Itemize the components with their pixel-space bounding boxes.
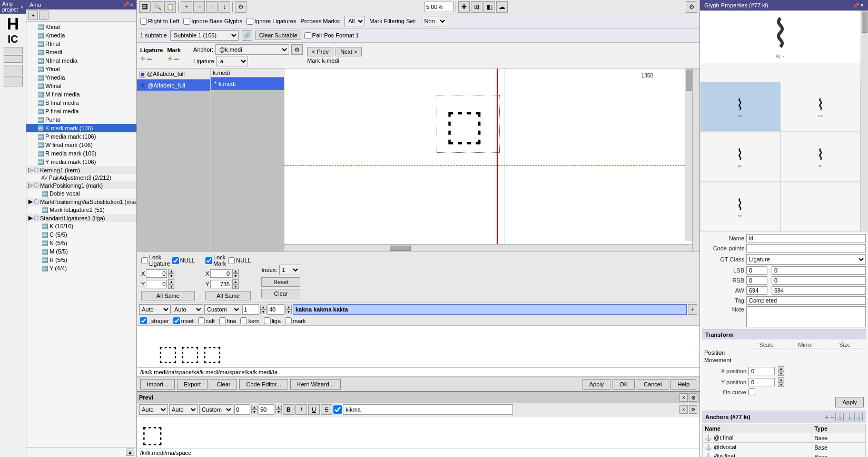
ligature-remove-btn[interactable]: − — [147, 54, 153, 64]
preview-settings-btn[interactable]: ⚙ — [689, 393, 697, 402]
num2-down[interactable]: ▼ — [285, 309, 292, 314]
num1-up[interactable]: ▲ — [260, 305, 267, 309]
toolbar-shape-icon[interactable]: ◧ — [484, 1, 495, 13]
y-mark-down[interactable]: ▼ — [232, 284, 239, 289]
rsb-input2[interactable] — [772, 276, 866, 285]
auto-select1[interactable]: Auto — [139, 304, 171, 315]
calt-checkbox[interactable] — [198, 317, 205, 324]
sidebar-scroll-up[interactable]: ▲ — [126, 449, 134, 456]
bold-btn[interactable]: B — [283, 404, 294, 415]
x-mark-up[interactable]: ▲ — [232, 269, 239, 274]
mark-remove-btn[interactable]: − — [174, 54, 180, 64]
clear-coords-btn[interactable]: Clear — [261, 289, 300, 298]
next-btn[interactable]: Next > — [336, 47, 362, 56]
process-marks-select[interactable]: All — [344, 16, 365, 26]
italic-btn[interactable]: I — [295, 404, 307, 415]
sidebar-item-ymedia[interactable]: 🔤 Ymedia — [26, 73, 136, 82]
right-vscrollbar[interactable] — [692, 69, 699, 251]
mark-checkbox[interactable] — [285, 317, 292, 324]
sidebar-collapse-btn[interactable]: - — [39, 11, 48, 20]
anchor-row-rfinal[interactable]: ⚓ @r.final Base — [703, 433, 866, 443]
anchors-link1-btn[interactable]: ⚓ — [835, 413, 844, 421]
underline-btn[interactable]: U — [308, 404, 320, 415]
y-lig-input[interactable] — [146, 280, 167, 288]
y-lig-down[interactable]: ▼ — [168, 284, 174, 289]
note-textarea[interactable] — [746, 306, 866, 327]
cancel-btn[interactable]: Cancel — [637, 379, 668, 390]
sidebar-item-kerning1[interactable]: ▷ ⬡ Kerning1 (kern) — [26, 166, 136, 174]
sidebar-item-wfinal[interactable]: 🔤 Wfinal — [26, 82, 136, 90]
y-mark-up[interactable]: ▲ — [232, 279, 239, 284]
aw-input1[interactable] — [746, 286, 767, 295]
name-input[interactable] — [746, 234, 866, 242]
toolbar-cloud-icon[interactable]: ☁ — [496, 1, 508, 13]
lock-mark-checkbox-label[interactable]: LockMark — [205, 254, 226, 267]
glyph-cell-to[interactable]: ⌇ to — [781, 132, 861, 182]
kern-wizard-btn[interactable]: Kern Wizard... — [290, 379, 341, 390]
anchor-row-dvocal[interactable]: ⚓ @dvocal Base — [703, 443, 866, 452]
link-icon-btn[interactable]: 🔗 — [242, 30, 252, 41]
all-same-mark-btn[interactable]: All Same — [205, 291, 251, 300]
null-mark-checkbox-label[interactable]: NULL — [228, 257, 251, 264]
sidebar-pin-btn[interactable]: 📌 — [123, 2, 129, 8]
sidebar-expand-btn[interactable]: + — [28, 11, 38, 20]
sidebar-item-doblevocal[interactable]: 🔤 Doble vocal — [26, 189, 136, 198]
toolbar-settings-btn[interactable]: ⚙ — [235, 1, 246, 13]
sidebar-close-btn[interactable]: × — [130, 2, 133, 8]
export-btn[interactable]: Export — [177, 379, 208, 390]
anchor-settings-btn[interactable]: ⚙ — [291, 44, 303, 55]
toolbar-icon1[interactable]: 🖼 — [139, 1, 151, 13]
sidebar-item-wfinalmark[interactable]: 🔤 W final mark (106) — [26, 141, 136, 149]
y-pos-up[interactable]: ▲ — [778, 377, 784, 382]
toolbar-grid-icon[interactable]: ⊞ — [471, 1, 482, 13]
mark-filtering-select[interactable]: Non — [421, 16, 447, 26]
reset-btn[interactable]: Reset — [261, 277, 300, 287]
lsb-input2[interactable] — [772, 266, 866, 275]
apply-main-btn[interactable]: Apply — [583, 379, 611, 390]
x-mark-down[interactable]: ▼ — [232, 274, 239, 278]
toolbar-icon3[interactable]: 📋 — [164, 1, 176, 13]
pair-pos-checkbox-label[interactable]: Pair Pos Format 1 — [304, 32, 359, 39]
vscroll-thumb[interactable] — [686, 70, 692, 91]
index-select[interactable]: 1 — [279, 265, 300, 275]
glyph-cell-yu[interactable]: ⌇ yu — [700, 132, 781, 182]
clear-subtable-btn[interactable]: Clear Subtable — [255, 31, 301, 40]
anchors-link2-btn[interactable]: ⚓ — [845, 413, 853, 421]
toolbar-minus-btn[interactable]: − — [193, 1, 205, 13]
sidebar-item-nfinal[interactable]: 🔤 Nfinal media — [26, 56, 136, 65]
table-row-1-col2[interactable]: ᐩ k.medi — [211, 77, 284, 90]
ignore-base-glyphs-checkbox-label[interactable]: Ignore Base Glyphs — [183, 18, 242, 25]
x-mark-input[interactable] — [210, 269, 231, 278]
null-ligature-checkbox[interactable] — [172, 257, 179, 264]
y-pos-down[interactable]: ▼ — [778, 382, 784, 387]
sidebar-item-stdlig[interactable]: ▶ ⬡ StandardLigatures1 (liga) — [26, 214, 136, 222]
anchor-row-nfinal[interactable]: ⚓ @n.final Base — [703, 452, 866, 458]
null-mark-checkbox[interactable] — [228, 257, 235, 264]
y-mark-input[interactable] — [210, 280, 231, 288]
num-input2[interactable] — [268, 304, 284, 315]
shaper-checkbox[interactable] — [140, 317, 147, 324]
kern-checkbox-label[interactable]: kern — [240, 317, 259, 324]
mset-checkbox[interactable] — [173, 317, 180, 324]
num1-down[interactable]: ▼ — [260, 309, 267, 314]
num2-up[interactable]: ▲ — [285, 305, 292, 309]
transform-apply-btn[interactable]: Apply — [835, 397, 864, 407]
auto-select2[interactable]: Auto — [172, 304, 203, 315]
canvas-vscrollbar[interactable] — [685, 69, 692, 241]
ignore-ligatures-checkbox[interactable] — [246, 18, 253, 25]
on-curve-checkbox[interactable] — [748, 388, 755, 395]
preview-num2[interactable] — [259, 404, 274, 415]
preview-settings2-btn[interactable]: ⚙ — [689, 405, 697, 414]
kern-checkbox[interactable] — [240, 317, 247, 324]
sidebar-item-sfinal[interactable]: 🔤 S final media — [26, 99, 136, 107]
anchors-add-btn[interactable]: + — [825, 413, 829, 421]
preview-close-btn[interactable]: × — [679, 393, 688, 402]
code-editor-btn[interactable]: Code Editor... — [239, 379, 288, 390]
toolbar-down-btn[interactable]: ↓ — [219, 1, 230, 13]
preview-num1-up[interactable]: ▲ — [251, 405, 258, 410]
sidebar-item-rfinal[interactable]: 🔤 Rfinal — [26, 40, 136, 48]
hscroll-thumb[interactable] — [390, 246, 411, 251]
rsb-input1[interactable] — [746, 276, 767, 285]
sidebar-item-kmedia[interactable]: 🔤 Kmedia — [26, 31, 136, 40]
sidebar-item-c55[interactable]: 🔤 C (5/5) — [26, 230, 136, 239]
